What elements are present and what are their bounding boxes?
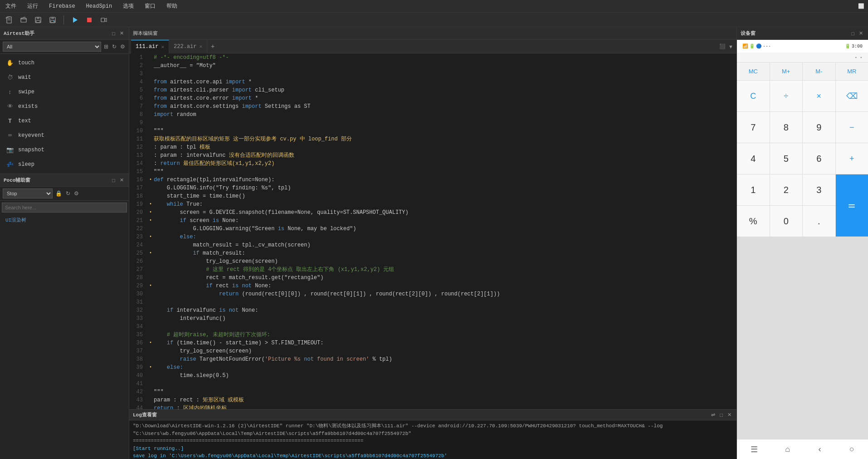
poco-settings-icon[interactable]: ⚙: [73, 189, 80, 198]
left-panel: Airtest助手 □ ✕ All ⊞ ↻ ⚙ ✋ touch ⏱ wait: [0, 27, 129, 459]
calc-plus-button[interactable]: +: [836, 143, 868, 174]
nav-back-icon[interactable]: ‹: [817, 445, 822, 454]
code-line-8: 8import random: [129, 111, 736, 119]
code-line-23: 23• else:: [129, 233, 736, 241]
poco-close-button[interactable]: ✕: [118, 177, 125, 184]
menu-window[interactable]: 窗口: [143, 1, 157, 11]
action-keyevent[interactable]: ⌨ keyevent: [0, 128, 129, 143]
phone-more-row: ··: [737, 53, 868, 63]
settings-icon-btn[interactable]: ⚙: [119, 43, 126, 51]
calc-2-button[interactable]: 2: [770, 174, 803, 205]
play-button[interactable]: [69, 14, 80, 25]
tab-111air-close[interactable]: ✕: [161, 44, 164, 50]
filter-icon-btn[interactable]: ⊞: [103, 43, 109, 51]
line-content: rect = match_result.get("rectangle"): [154, 274, 736, 282]
menu-headspin[interactable]: HeadSpin: [84, 2, 114, 10]
device-close-button[interactable]: ✕: [858, 30, 864, 37]
calc-minus-button[interactable]: −: [836, 112, 868, 143]
editor-more-icon[interactable]: ▼: [727, 43, 735, 50]
panel-close-button[interactable]: ✕: [118, 30, 125, 37]
tab-111air-label: 111.air: [136, 43, 158, 50]
nav-recents-icon[interactable]: ○: [849, 445, 854, 454]
line-number: 36: [129, 339, 147, 347]
poco-mode-select[interactable]: Stop: [3, 188, 53, 198]
action-exists[interactable]: 👁 exists: [0, 99, 129, 114]
action-snapshot[interactable]: 📷 snapshot: [0, 143, 129, 157]
code-line-12: 12: param : tpl 模板: [129, 143, 736, 151]
poco-tree-item[interactable]: UI渲染树: [0, 214, 129, 226]
wait-icon: ⏱: [5, 73, 15, 82]
tab-111air[interactable]: 111.air ✕: [131, 40, 169, 53]
tab-222air[interactable]: 222.air ✕: [169, 40, 207, 53]
record-button[interactable]: [98, 14, 109, 25]
calc-backspace-button[interactable]: ⌫: [836, 81, 868, 111]
calc-0-button[interactable]: 0: [770, 206, 803, 237]
menu-run[interactable]: 运行: [25, 1, 40, 11]
calc-6-button[interactable]: 6: [803, 143, 835, 174]
maximize-icon[interactable]: ⬜: [858, 3, 864, 9]
tab-add-button[interactable]: +: [207, 41, 218, 52]
editor-expand-icon[interactable]: ⬛: [718, 43, 727, 50]
log-close-icon[interactable]: ✕: [726, 411, 733, 418]
svg-rect-12: [87, 18, 92, 22]
calc-divide-button[interactable]: ÷: [770, 81, 803, 111]
action-filter-select[interactable]: All: [3, 42, 101, 52]
code-line-37: 37 try_log_screen(screen): [129, 347, 736, 355]
tab-222air-close[interactable]: ✕: [199, 43, 202, 49]
calc-mr-button[interactable]: MR: [836, 63, 868, 80]
menu-bar: 文件 运行 Firebase HeadSpin 选项 窗口 帮助 ⬜: [0, 0, 868, 13]
save-button[interactable]: [33, 14, 44, 25]
menu-file[interactable]: 文件: [4, 1, 18, 11]
line-number: 14: [129, 159, 147, 168]
calc-4-button[interactable]: 4: [737, 143, 770, 174]
calc-7-button[interactable]: 7: [737, 112, 770, 143]
action-sleep[interactable]: 💤 sleep: [0, 157, 129, 172]
calc-mc-button[interactable]: MC: [737, 63, 770, 80]
menu-firebase[interactable]: Firebase: [47, 2, 77, 10]
line-content: if (time.time() - start_time) > ST.FIND_…: [154, 339, 736, 347]
poco-minimize-button[interactable]: □: [111, 177, 117, 184]
menu-options[interactable]: 选项: [121, 1, 136, 11]
calc-row-1: C ÷ × ⌫: [737, 81, 868, 111]
refresh-icon-btn[interactable]: ↻: [111, 43, 117, 51]
calc-percent-button[interactable]: %: [737, 206, 770, 237]
stop-button[interactable]: [84, 14, 95, 25]
code-line-38: 38 raise TargetNotFoundError('Picture %s…: [129, 355, 736, 363]
calc-9-button[interactable]: 9: [803, 112, 835, 143]
nav-menu-icon[interactable]: ☰: [751, 445, 758, 454]
save-as-button[interactable]: [47, 14, 58, 25]
open-button[interactable]: [18, 14, 29, 25]
phone-status-left: 📶 🔋 🔵 ···: [742, 43, 771, 49]
svg-marker-11: [73, 17, 78, 23]
line-dot: •: [147, 363, 154, 372]
poco-lock-icon[interactable]: 🔒: [54, 189, 63, 198]
action-swipe[interactable]: ↕ swipe: [0, 85, 129, 99]
line-number: 39: [129, 363, 147, 372]
log-wrap-icon[interactable]: ⇌: [710, 411, 717, 418]
poco-search-input[interactable]: [2, 203, 127, 213]
calculator: MC M+ M- MR C ÷ × ⌫ 7 8: [737, 63, 868, 439]
calc-clear-button[interactable]: C: [737, 81, 770, 111]
new-button[interactable]: [4, 14, 15, 25]
action-touch[interactable]: ✋ touch: [0, 56, 129, 70]
log-expand-icon[interactable]: □: [718, 411, 724, 418]
action-wait[interactable]: ⏱ wait: [0, 70, 129, 85]
poco-refresh-icon[interactable]: ↻: [65, 189, 71, 198]
calc-mplus-button[interactable]: M+: [770, 63, 803, 80]
text-icon: T: [5, 116, 15, 126]
code-editor[interactable]: 1# -*- encoding=utf8 -*-2__author__ = "M…: [129, 53, 736, 409]
menu-help[interactable]: 帮助: [165, 1, 179, 11]
action-text[interactable]: T text: [0, 114, 129, 128]
calc-3-button[interactable]: 3: [803, 174, 835, 205]
calc-8-button[interactable]: 8: [770, 112, 803, 143]
calc-multiply-button[interactable]: ×: [803, 81, 835, 111]
nav-home-icon[interactable]: ⌂: [785, 445, 790, 454]
device-minimize-button[interactable]: □: [850, 30, 856, 37]
calc-mminus-button[interactable]: M-: [803, 63, 835, 80]
calc-1-button[interactable]: 1: [737, 174, 770, 205]
calc-5-button[interactable]: 5: [770, 143, 803, 174]
calc-equals-button[interactable]: ＝: [836, 174, 868, 237]
panel-minimize-button[interactable]: □: [111, 30, 117, 37]
action-swipe-label: swipe: [18, 89, 34, 95]
calc-decimal-button[interactable]: .: [803, 206, 835, 237]
